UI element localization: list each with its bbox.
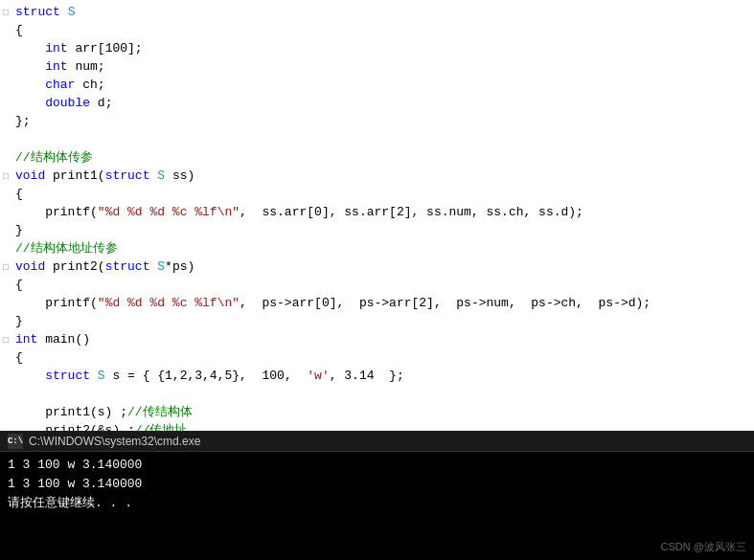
code-line-21: struct S s = { {1,2,3,4,5}, 100, 'w', 3.… — [0, 368, 754, 386]
line-content-13: } — [11, 222, 23, 239]
code-line-17: printf("%d %d %d %c %lf\n", ps->arr[0], … — [0, 295, 754, 313]
terminal-header: C:\ C:\WINDOWS\system32\cmd.exe — [0, 431, 754, 452]
line-content-16: { — [11, 277, 23, 294]
line-content-1: struct S — [11, 4, 75, 21]
code-line-18: } — [0, 313, 754, 331]
fold-btn-9 — [0, 150, 11, 168]
fold-btn-14 — [0, 241, 11, 258]
line-content-7: }; — [11, 113, 31, 130]
fold-btn-22 — [0, 387, 11, 404]
fold-btn-2 — [0, 23, 11, 40]
line-content-12: printf("%d %d %d %c %lf\n", ss.arr[0], s… — [11, 204, 583, 221]
code-line-11: { — [0, 186, 754, 204]
fold-btn-19[interactable]: □ — [0, 332, 11, 349]
fold-btn-17 — [0, 296, 11, 313]
line-content-21: struct S s = { {1,2,3,4,5}, 100, 'w', 3.… — [11, 368, 404, 385]
fold-btn-20 — [0, 350, 11, 368]
line-content-14: //结构体地址传参 — [11, 240, 118, 258]
line-content-23: print1(s) ;//传结构体 — [11, 404, 193, 421]
fold-btn-11 — [0, 187, 11, 204]
fold-btn-23 — [0, 405, 11, 422]
fold-btn-21 — [0, 369, 11, 386]
fold-btn-13 — [0, 223, 11, 240]
line-content-10: void print1(struct S ss) — [11, 168, 194, 185]
line-content-9: //结构体传参 — [11, 149, 93, 167]
fold-btn-18 — [0, 314, 11, 331]
code-line-14: //结构体地址传参 — [0, 240, 754, 258]
fold-btn-3 — [0, 41, 11, 58]
line-content-22 — [11, 386, 23, 403]
fold-btn-5 — [0, 78, 11, 95]
code-editor: □ struct S { int arr[100]; int num; char… — [0, 0, 754, 431]
fold-btn-6 — [0, 96, 11, 113]
line-content-17: printf("%d %d %d %c %lf\n", ps->arr[0], … — [11, 295, 651, 312]
line-content-3: int arr[100]; — [11, 40, 143, 57]
code-line-20: { — [0, 349, 754, 368]
fold-btn-24 — [0, 423, 11, 431]
code-line-23: print1(s) ;//传结构体 — [0, 404, 754, 422]
fold-btn-4 — [0, 59, 11, 77]
code-line-19: □ int main() — [0, 331, 754, 349]
cmd-icon: C:\ — [8, 434, 23, 449]
terminal-line-3: 请按任意键继续. . . — [8, 494, 746, 513]
fold-btn-12 — [0, 205, 11, 222]
code-line-13: } — [0, 222, 754, 240]
code-line-6: double d; — [0, 95, 754, 113]
code-line-4: int num; — [0, 58, 754, 77]
terminal-window: C:\ C:\WINDOWS\system32\cmd.exe 1 3 100 … — [0, 431, 754, 560]
line-content-11: { — [11, 186, 23, 203]
terminal-body: 1 3 100 w 3.140000 1 3 100 w 3.140000 请按… — [0, 452, 754, 517]
terminal-line-1: 1 3 100 w 3.140000 — [8, 456, 746, 475]
code-line-7: }; — [0, 113, 754, 131]
fold-btn-1[interactable]: □ — [0, 5, 11, 22]
line-content-24: print2(&s) ;//传地址 — [11, 422, 187, 431]
line-content-19: int main() — [11, 331, 90, 348]
line-content-2: { — [11, 22, 23, 39]
code-line-3: int arr[100]; — [0, 40, 754, 58]
fold-btn-15[interactable]: □ — [0, 259, 11, 277]
code-line-15: □ void print2(struct S*ps) — [0, 258, 754, 277]
line-content-6: double d; — [11, 95, 112, 112]
code-line-9: //结构体传参 — [0, 149, 754, 168]
fold-btn-7 — [0, 114, 11, 131]
terminal-line-2: 1 3 100 w 3.140000 — [8, 475, 746, 494]
fold-btn-10[interactable]: □ — [0, 168, 11, 186]
code-line-8 — [0, 131, 754, 149]
line-content-4: int num; — [11, 58, 105, 76]
code-line-10: □ void print1(struct S ss) — [0, 168, 754, 186]
code-line-12: printf("%d %d %d %c %lf\n", ss.arr[0], s… — [0, 204, 754, 222]
watermark: CSDN @波风张三 — [661, 540, 746, 554]
fold-btn-8 — [0, 132, 11, 149]
code-line-22 — [0, 386, 754, 404]
code-line-24: print2(&s) ;//传地址 — [0, 422, 754, 431]
line-content-5: char ch; — [11, 77, 105, 94]
terminal-title: C:\WINDOWS\system32\cmd.exe — [29, 435, 200, 448]
line-content-20: { — [11, 349, 23, 367]
code-line-5: char ch; — [0, 77, 754, 95]
fold-btn-16 — [0, 278, 11, 295]
line-content-8 — [11, 131, 23, 148]
line-content-15: void print2(struct S*ps) — [11, 258, 194, 276]
line-content-18: } — [11, 313, 23, 330]
code-line-16: { — [0, 277, 754, 295]
code-line-1: □ struct S — [0, 4, 754, 22]
code-line-2: { — [0, 22, 754, 40]
